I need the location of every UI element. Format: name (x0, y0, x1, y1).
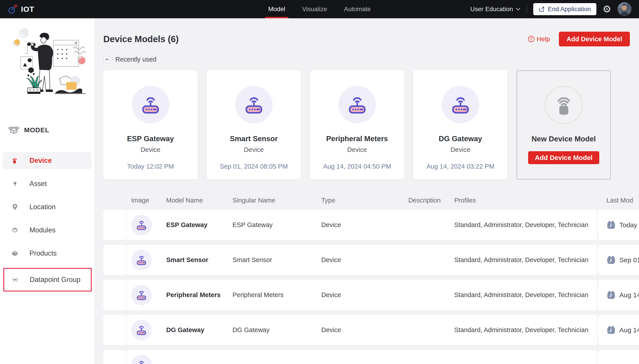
table-row[interactable]: DG Gateway DG Gateway Device Standard, A… (103, 315, 639, 345)
model-box-icon (8, 126, 20, 134)
asset-lightbulb-icon (12, 181, 18, 187)
brand-logo[interactable]: IOT (8, 4, 34, 14)
table-row-partial[interactable] (103, 350, 639, 364)
sidebar-illustration (7, 22, 87, 99)
last-modified-text: Today 12:02 PM (619, 221, 639, 229)
sidebar-item-label: Products (30, 249, 57, 258)
tab-model[interactable]: Model (267, 0, 286, 18)
tab-visualize[interactable]: Visualize (301, 0, 328, 18)
cell-profiles: Standard, Administrator, Developer, Tech… (454, 326, 597, 334)
cell-singular-name: Smart Sensor (232, 256, 321, 264)
row-device-icon (131, 215, 152, 235)
recent-card-esp-gateway[interactable]: ESP Gateway Device Today 12:02 PM (103, 70, 198, 180)
sidebar-item-modules[interactable]: Modules (3, 222, 92, 239)
help-link[interactable]: ? Help (528, 36, 550, 43)
recently-used-cards: ESP Gateway Device Today 12:02 PM Smart … (103, 70, 630, 180)
last-modified-text: Aug 14, 2024 03:22 PM (619, 326, 639, 334)
iot-logo-icon (8, 4, 18, 14)
settings-gear-icon[interactable]: ⚙ (603, 4, 611, 14)
row-device-icon (131, 320, 152, 340)
cell-type: Device (321, 256, 408, 264)
sidebar-item-label: Device (30, 156, 52, 164)
sidebar-item-device[interactable]: Device (3, 152, 92, 169)
table-header-row: Image Model Name Singular Name Type Desc… (103, 191, 639, 210)
recently-used-label: Recently used (115, 56, 156, 63)
brand-name: IOT (21, 5, 34, 14)
card-model-type: Device (450, 146, 470, 154)
column-header-singular-name: Singular Name (232, 197, 321, 204)
sidebar-item-label: Datapoint Group (30, 276, 80, 284)
page-header-actions: ? Help Add Device Model (528, 32, 630, 46)
recent-card-peripheral-meters[interactable]: Peripheral Meters Device Aug 14, 2024 04… (310, 70, 404, 180)
clock-icon (606, 220, 616, 230)
column-header-description: Description (408, 197, 454, 204)
page-title: Device Models (6) (103, 34, 179, 44)
sidebar-item-products[interactable]: Products (3, 245, 92, 262)
external-link-icon (538, 6, 545, 12)
sidebar-item-location[interactable]: Location (3, 198, 92, 216)
last-modified-text: Sep 01, 2024 08:05 PM (619, 256, 639, 264)
row-device-icon (131, 285, 152, 305)
new-device-model-title: New Device Model (532, 135, 596, 143)
main-content: Device Models (6) ? Help Add Device Mode… (94, 18, 639, 364)
svg-text:?: ? (530, 37, 532, 41)
location-pin-icon (12, 204, 18, 210)
row-device-icon (131, 250, 152, 270)
chevron-down-icon (516, 8, 520, 11)
cell-singular-name: Peripheral Meters (232, 291, 321, 299)
card-last-used-time: Aug 14, 2024 03:22 PM (426, 163, 494, 170)
products-package-icon (12, 250, 18, 256)
tab-automate[interactable]: Automate (343, 0, 372, 18)
card-model-name: Peripheral Meters (326, 134, 388, 143)
column-header-last-modified: Last Mod (598, 197, 639, 204)
top-nav-tabs: Model Visualize Automate (267, 0, 372, 18)
card-model-type: Device (347, 146, 367, 154)
datapoint-group-cluster-icon (12, 277, 18, 282)
clock-icon (606, 326, 616, 334)
sidebar-item-label: Modules (30, 226, 56, 234)
card-last-used-time: Today 12:02 PM (127, 163, 174, 170)
add-device-model-card-button[interactable]: Add Device Model (528, 151, 599, 164)
portal-selector[interactable]: User Education (470, 6, 520, 13)
column-header-type: Type (321, 197, 408, 204)
row-lead-cell (103, 245, 126, 275)
sidebar-item-asset[interactable]: Asset (3, 175, 92, 192)
cell-type: Device (321, 326, 408, 334)
modules-layers-icon (12, 227, 18, 233)
topbar-divider (526, 5, 527, 14)
end-application-button[interactable]: End Application (533, 3, 596, 15)
recent-card-dg-gateway[interactable]: DG Gateway Device Aug 14, 2024 03:22 PM (413, 70, 508, 180)
row-lead-cell (103, 280, 126, 310)
card-model-type: Device (140, 146, 160, 154)
cell-profiles: Standard, Administrator, Developer, Tech… (454, 256, 597, 264)
sidebar-item-datapoint-group[interactable]: Datapoint Group (4, 271, 91, 288)
user-avatar[interactable] (618, 2, 632, 16)
sidebar-item-label: Asset (30, 180, 47, 188)
cell-profiles: Standard, Administrator, Developer, Tech… (454, 291, 597, 299)
device-icon (12, 158, 18, 164)
cell-last-modified: Today 12:02 PM (598, 210, 639, 240)
new-device-icon (545, 86, 583, 124)
clock-icon (606, 290, 616, 300)
cell-singular-name: DG Gateway (232, 326, 321, 334)
page-header: Device Models (6) ? Help Add Device Mode… (103, 32, 630, 46)
table-row[interactable]: Smart Sensor Smart Sensor Device Standar… (103, 245, 639, 275)
top-navigation-bar: IOT Model Visualize Automate User Educat… (0, 0, 639, 18)
table-row[interactable]: Peripheral Meters Peripheral Meters Devi… (103, 280, 639, 310)
collapse-chevron-up-button[interactable] (103, 56, 110, 63)
cell-last-modified: Sep 01, 2024 08:05 PM (598, 245, 639, 275)
row-lead-cell (103, 350, 126, 364)
cell-last-modified: Aug 14, 2024 04:50 PM (598, 280, 639, 310)
card-last-used-time: Sep 01, 2024 08:05 PM (220, 163, 288, 170)
recent-card-smart-sensor[interactable]: Smart Sensor Device Sep 01, 2024 08:05 P… (206, 70, 301, 180)
chevron-up-icon (105, 58, 109, 61)
cell-profiles: Standard, Administrator, Developer, Tech… (454, 221, 597, 228)
avatar-photo (618, 2, 632, 16)
row-lead-cell (103, 210, 126, 240)
card-last-used-time: Aug 14, 2024 04:50 PM (323, 163, 391, 170)
card-model-type: Device (244, 146, 264, 154)
table-row[interactable]: ESP Gateway ESP Gateway Device Standard,… (103, 210, 639, 240)
add-device-model-button[interactable]: Add Device Model (559, 32, 630, 46)
cell-type: Device (321, 291, 408, 299)
portal-name: User Education (470, 6, 513, 13)
